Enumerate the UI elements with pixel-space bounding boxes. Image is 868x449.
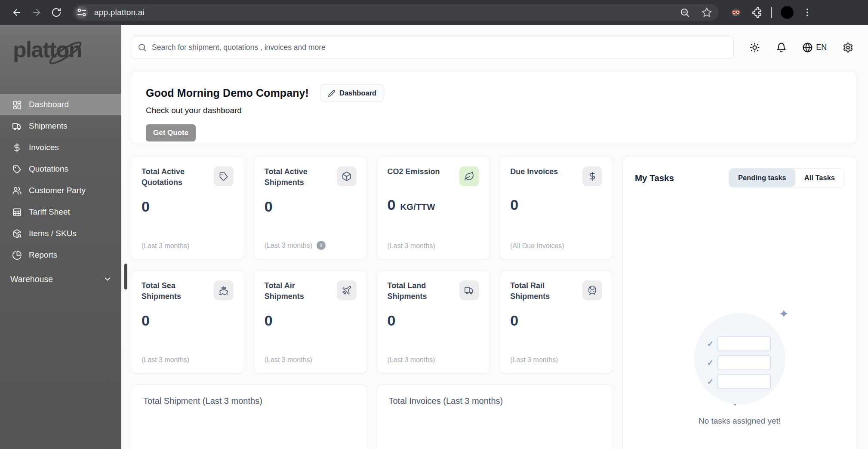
dollar-icon bbox=[12, 143, 22, 153]
zoom-level-icon[interactable] bbox=[680, 7, 690, 18]
stat-title: Total Rail Shipments bbox=[510, 280, 575, 302]
page: app.platton.ai platton bbox=[0, 0, 868, 449]
my-tasks-title: My Tasks bbox=[635, 173, 674, 183]
toolbar-separator bbox=[771, 7, 772, 18]
stat-card-air-shipments: Total Air Shipments 0 (Last 3 months) bbox=[254, 271, 367, 374]
truck-icon bbox=[12, 121, 22, 131]
stat-title: Due Invoices bbox=[510, 166, 558, 177]
sidebar-item-label: Customer Party bbox=[29, 186, 86, 195]
sidebar-item-invoices[interactable]: Invoices bbox=[0, 137, 121, 158]
kebab-menu-icon[interactable] bbox=[802, 7, 813, 18]
tasks-tab-group: Pending tasks All Tasks bbox=[729, 168, 844, 188]
users-icon bbox=[12, 186, 22, 196]
check-icon: ✓ bbox=[707, 339, 714, 349]
tag-icon bbox=[12, 164, 22, 174]
notifications-button[interactable] bbox=[776, 42, 787, 53]
sparkle-icon: ✦ bbox=[779, 307, 789, 321]
sidebar-item-label: Invoices bbox=[29, 143, 59, 152]
greeting-card: Good Morning Demo Company! Dashboard Che… bbox=[131, 71, 857, 144]
no-tasks-message: No tasks assigned yet! bbox=[635, 416, 844, 426]
stat-card-sea-shipments: Total Sea Shipments 0 (Last 3 months) bbox=[131, 271, 244, 374]
illustration-task-row: ✓ bbox=[707, 336, 771, 351]
stat-title: Total Active Shipments bbox=[265, 166, 329, 188]
greeting-subtitle: Check out your dashboard bbox=[146, 106, 842, 115]
sidebar-item-dashboard[interactable]: Dashboard bbox=[0, 94, 121, 115]
my-tasks-panel: My Tasks Pending tasks All Tasks ✦ ✦ bbox=[622, 157, 857, 449]
charts-row: Total Shipment (Last 3 months) Total Inv… bbox=[131, 384, 613, 449]
bookmark-star-icon[interactable] bbox=[701, 7, 712, 18]
check-icon: ✓ bbox=[707, 358, 714, 368]
stat-value: 0 bbox=[265, 198, 273, 215]
sidebar-item-label: Shipments bbox=[29, 121, 68, 131]
sidebar-item-label: Tariff Sheet bbox=[29, 207, 70, 217]
ship-icon bbox=[214, 280, 234, 300]
stat-value: 0 bbox=[265, 312, 273, 329]
gear-icon bbox=[843, 42, 853, 53]
dashboard-grid-icon bbox=[12, 100, 22, 110]
info-icon[interactable]: i bbox=[317, 241, 326, 250]
package-search-icon bbox=[12, 229, 22, 239]
stat-card-land-shipments: Total Land Shipments 0 (Last 3 months) bbox=[377, 271, 490, 374]
stat-title: Total Sea Shipments bbox=[142, 280, 206, 302]
check-icon: ✓ bbox=[707, 377, 714, 387]
dollar-icon bbox=[582, 166, 602, 186]
stat-card-co2-emission: CO2 Emission 0KG/TTW (Last 3 months) bbox=[377, 157, 490, 260]
scrollbar-thumb[interactable] bbox=[124, 264, 127, 289]
theme-toggle-button[interactable] bbox=[749, 42, 760, 53]
train-icon bbox=[582, 280, 602, 300]
extensions-puzzle-icon[interactable] bbox=[751, 7, 763, 18]
tab-pending-tasks[interactable]: Pending tasks bbox=[729, 169, 795, 187]
browser-forward-button[interactable] bbox=[28, 3, 46, 22]
stat-title: Total Land Shipments bbox=[388, 280, 452, 302]
stat-title: CO2 Emission bbox=[388, 166, 440, 177]
stat-title: Total Air Shipments bbox=[265, 280, 329, 302]
truck-icon bbox=[459, 280, 479, 300]
stat-period: (Last 3 months) bbox=[142, 356, 189, 364]
stats-row-1: Total Active Quotations 0 (Last 3 months… bbox=[131, 157, 613, 260]
chevron-down-icon bbox=[103, 275, 112, 283]
shipment-chart-title: Total Shipment (Last 3 months) bbox=[143, 396, 355, 406]
sidebar-item-customer-party[interactable]: Customer Party bbox=[0, 180, 121, 201]
edit-dashboard-button[interactable]: Dashboard bbox=[320, 84, 384, 102]
sidebar-item-shipments[interactable]: Shipments bbox=[0, 115, 121, 137]
sidebar-item-tariff-sheet[interactable]: Tariff Sheet bbox=[0, 201, 121, 223]
extension-mascot-icon[interactable] bbox=[729, 6, 742, 19]
url-text[interactable]: app.platton.ai bbox=[94, 8, 680, 17]
sidebar-item-warehouse[interactable]: Warehouse bbox=[0, 268, 121, 290]
tab-all-tasks[interactable]: All Tasks bbox=[795, 169, 844, 187]
profile-avatar[interactable] bbox=[781, 6, 794, 19]
sidebar-item-label: Dashboard bbox=[29, 100, 69, 109]
stat-value: 0 bbox=[142, 312, 150, 329]
stat-value: 0 bbox=[142, 198, 150, 215]
app-logo: platton bbox=[13, 32, 121, 67]
greeting-title: Good Morning Demo Company! bbox=[146, 87, 309, 99]
bell-icon bbox=[776, 42, 787, 53]
site-settings-icon[interactable] bbox=[75, 6, 88, 19]
get-quote-button[interactable]: Get Quote bbox=[146, 124, 196, 141]
stat-period: (Last 3 months) bbox=[265, 242, 312, 249]
address-bar[interactable]: app.platton.ai bbox=[73, 4, 718, 21]
forward-arrow-icon bbox=[31, 7, 42, 18]
settings-button[interactable] bbox=[843, 42, 853, 53]
browser-chrome: app.platton.ai bbox=[0, 0, 868, 25]
stat-value: 0 bbox=[388, 197, 396, 213]
plane-icon bbox=[337, 280, 357, 300]
tag-icon bbox=[214, 166, 234, 186]
browser-reload-button[interactable] bbox=[47, 3, 65, 22]
back-arrow-icon bbox=[12, 7, 22, 18]
stat-period: (Last 3 months) bbox=[142, 242, 189, 250]
sidebar-item-quotations[interactable]: Quotations bbox=[0, 158, 121, 180]
browser-back-button[interactable] bbox=[8, 3, 26, 22]
sidebar-item-reports[interactable]: Reports bbox=[0, 244, 121, 266]
warehouse-label: Warehouse bbox=[10, 274, 53, 284]
language-code: EN bbox=[816, 43, 827, 52]
shipment-chart-card: Total Shipment (Last 3 months) bbox=[131, 384, 368, 449]
sidebar-item-items-skus[interactable]: Items / SKUs bbox=[0, 223, 121, 244]
invoices-chart-title: Total Invoices (Last 3 months) bbox=[389, 396, 601, 406]
search-input[interactable] bbox=[131, 37, 734, 58]
stat-card-active-quotations: Total Active Quotations 0 (Last 3 months… bbox=[131, 157, 244, 260]
reload-icon bbox=[51, 7, 62, 18]
language-selector[interactable]: EN bbox=[802, 42, 827, 53]
stat-value: 0 bbox=[510, 312, 518, 329]
pencil-icon bbox=[328, 89, 336, 97]
